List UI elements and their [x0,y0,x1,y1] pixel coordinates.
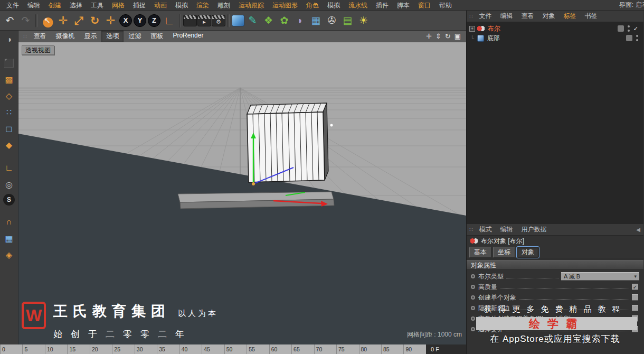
attribute-tab[interactable]: 坐标 [493,247,515,258]
layer-tag-icon[interactable] [626,35,632,41]
object-name[interactable]: 布尔 [488,24,500,33]
make-editable-icon[interactable]: ◑ [2,33,16,46]
rotate-view-icon[interactable]: ↻ [445,32,451,40]
toggle-view-icon[interactable]: ▣ [454,32,461,40]
coord-system-icon[interactable]: ∟ [162,13,177,29]
keyframe-dot-icon[interactable] [471,274,475,278]
viewport-3d-canvas[interactable]: 透视视图 [18,42,466,344]
object-row-boole[interactable]: + 布尔 ✓ [467,24,643,33]
menubar-item[interactable]: 创建 [44,0,65,11]
separator[interactable] [179,14,181,27]
visibility-dots-icon[interactable] [628,25,630,32]
live-selection-icon[interactable]: ↖ [40,13,55,29]
attribute-menu-item[interactable]: 模式 [475,225,496,234]
object-list[interactable]: + 布尔 ✓ └ 底部 [467,22,643,224]
menubar-item[interactable]: 插件 [372,0,393,11]
menubar-item[interactable]: 编辑 [23,0,44,11]
object-name[interactable]: 底部 [487,34,500,43]
menubar-item[interactable]: 模拟 [171,0,192,11]
recent-tool-icon[interactable]: ✛ [103,13,118,29]
hide-new-edges-checkbox[interactable] [632,305,638,311]
light-icon[interactable]: ☀ [356,13,371,29]
object-row-bottom[interactable]: └ 底部 [467,33,643,43]
menubar-item[interactable]: 模拟 [323,0,344,11]
attribute-menu-item[interactable]: 编辑 [496,225,517,234]
axis-mode-icon[interactable]: ∟ [2,161,16,175]
quantize-icon[interactable]: ▦ [2,231,16,245]
object-manager-menu-item[interactable]: 文件 [475,12,496,21]
keyframe-dot-icon[interactable] [471,295,475,300]
menubar-item[interactable]: 文件 [2,0,23,11]
attribute-tab[interactable]: 基本 [469,247,491,258]
menubar-item[interactable]: 雕刻 [213,0,234,11]
viewport-menu-item[interactable]: ProRender [168,31,208,42]
attribute-menu-item[interactable]: 用户数据 [517,225,551,234]
phong-break-checkbox[interactable] [632,315,638,322]
object-manager-menu-item[interactable]: 编辑 [496,12,517,21]
viewport-menu-item[interactable]: 显示 [79,31,101,42]
keyframe-dot-icon[interactable] [471,285,475,289]
simulation-icon[interactable]: S [3,194,15,206]
viewport-3d-scene[interactable] [18,42,466,344]
zoom-view-icon[interactable]: ⇕ [435,32,441,40]
render-settings-icon[interactable]: ⚙ [212,15,225,26]
layer-tag-icon[interactable] [618,25,624,32]
separator[interactable] [35,14,37,27]
menubar-item[interactable]: 选择 [65,0,87,11]
select-intersection-checkbox[interactable] [632,326,638,332]
viewport-menu-item[interactable]: 面板 [146,31,168,42]
viewport-solo-icon[interactable]: ◎ [2,178,16,191]
high-quality-checkbox[interactable] [632,284,638,290]
keyframe-dot-icon[interactable] [471,306,475,310]
workplane-snap-icon[interactable]: ◈ [2,248,16,262]
expand-toggle[interactable]: + [469,26,475,32]
texture-mode-icon[interactable]: ▩ [2,72,16,86]
menubar-item[interactable]: 渲染 [192,0,213,11]
y-axis-lock-icon[interactable]: Y [134,14,146,27]
menubar-item[interactable]: 脚本 [393,0,414,11]
keyframe-dot-icon[interactable] [471,316,475,321]
deformer-icon[interactable]: ◗ [292,13,308,29]
render-view-icon[interactable] [183,15,197,26]
snap-enable-icon[interactable]: ∩ [2,215,16,229]
panel-handle-icon[interactable]: ∷ [23,33,27,39]
enabled-check-icon[interactable]: ✓ [633,25,638,32]
menubar-item[interactable]: 动画 [150,0,171,11]
view-name-chip[interactable]: 透视视图 [22,45,54,55]
render-picture-viewer-icon[interactable]: ▸ [197,15,211,26]
menubar-item[interactable]: 角色 [302,0,323,11]
attribute-tab[interactable]: 对象 [517,247,539,258]
camera-icon[interactable]: ✇ [324,13,339,29]
timeline-ruler[interactable]: 0 5 10 15 20 25 30 35 [0,344,426,354]
menubar-item[interactable]: 运动图形 [268,0,302,11]
gizmo-origin-dot[interactable] [252,182,255,185]
cube-primitive-icon[interactable] [232,15,244,26]
separator[interactable] [228,14,230,27]
z-axis-lock-icon[interactable]: Z [148,14,160,27]
viewport-menu-item[interactable]: 选项 [101,31,124,42]
mograph-cloner-icon[interactable]: ❖ [261,13,276,29]
interface-selector[interactable]: 界面: 启动 [619,1,644,10]
viewport-menu-item[interactable]: 摄像机 [51,31,79,42]
model-mode-icon[interactable]: ⬛ [2,56,16,70]
spline-pen-icon[interactable]: ✎ [245,13,260,29]
slab-object[interactable] [178,192,334,209]
pan-view-icon[interactable]: ✛ [426,32,432,40]
menubar-item[interactable]: 网格 [108,0,129,11]
menubar-item[interactable]: 帮助 [435,0,456,11]
boole-type-dropdown[interactable]: A 减 B ▾ [561,272,639,281]
undo-icon[interactable]: ↶ [2,13,17,29]
object-manager-menu-item[interactable]: 对象 [538,12,559,21]
points-mode-icon[interactable]: ∷ [2,105,16,119]
display-toggle-icon[interactable]: ▤ [340,13,355,29]
rotate-tool-icon[interactable]: ↻ [87,13,102,29]
single-object-checkbox[interactable] [632,294,638,301]
object-manager-menu-item[interactable]: 书签 [580,12,601,21]
current-frame-field[interactable]: 0 F [426,344,466,354]
x-axis-lock-icon[interactable]: X [119,14,132,27]
field-icon[interactable]: ✿ [277,13,292,29]
menubar-item[interactable]: 工具 [87,0,108,11]
menubar-item[interactable]: 流水线 [344,0,372,11]
object-manager-menu-item[interactable]: 查看 [517,12,538,21]
edges-mode-icon[interactable]: ◻ [2,122,16,135]
